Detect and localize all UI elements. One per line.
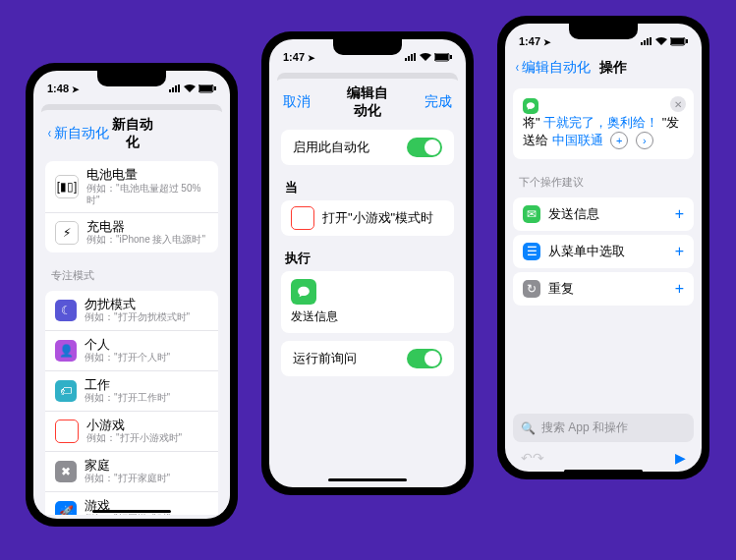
svg-rect-15	[644, 40, 646, 45]
row-title: 小游戏	[86, 418, 208, 433]
section-execute: 执行	[273, 244, 462, 269]
svg-rect-5	[199, 85, 212, 91]
list-row-focus3[interactable]: 小游戏例如："打开小游戏时"	[45, 411, 218, 451]
card-recipient[interactable]: 中国联通	[552, 133, 603, 147]
row-icon: 👤	[55, 340, 77, 362]
row-subtitle: 例如："打开游戏时"	[85, 513, 208, 515]
add-suggestion-button[interactable]: +	[675, 243, 684, 260]
row-icon: ☾	[55, 300, 77, 321]
undo-button[interactable]: ↶	[521, 450, 533, 466]
battery-icon	[434, 53, 452, 62]
list-row-focus4[interactable]: ✖家庭例如："打开家庭时"	[45, 451, 218, 491]
chevron-left-icon: ‹	[48, 125, 51, 140]
suggestion-title: 重复	[548, 280, 574, 298]
suggestion-row-0[interactable]: ✉发送信息+	[513, 197, 694, 231]
home-indicator[interactable]	[564, 470, 643, 472]
svg-rect-1	[172, 87, 174, 92]
row-subtitle: 例如："打开个人时"	[85, 352, 208, 364]
add-suggestion-button[interactable]: +	[675, 205, 684, 223]
card-message-text[interactable]: 干就完了，奥利给！	[543, 115, 658, 130]
add-recipient-button[interactable]: +	[610, 132, 628, 149]
row-label: 运行前询问	[293, 350, 357, 367]
nav-bar: 取消 编辑自动化 完成	[273, 79, 462, 126]
row-enable-automation[interactable]: 启用此自动化	[281, 130, 454, 165]
wifi-icon	[184, 84, 196, 92]
list-row-focus0[interactable]: ☾勿扰模式例如："打开勿扰模式时"	[45, 291, 218, 330]
redo-button[interactable]: ↷	[533, 450, 544, 466]
modal-foreground: ‹新自动化 新自动化 [▮▯]电池电量例如："电池电量超过 50% 时"⚡︎充电…	[37, 110, 226, 515]
expand-button[interactable]: ›	[636, 132, 653, 149]
trigger-text: 打开"小游戏"模式时	[322, 209, 433, 227]
svg-rect-2	[175, 85, 177, 92]
svg-rect-8	[408, 56, 410, 61]
svg-rect-10	[414, 53, 416, 61]
toggle-ask[interactable]	[407, 349, 442, 368]
list-row-focus2[interactable]: 🏷工作例如："打开工作时"	[45, 370, 218, 411]
svg-rect-20	[686, 39, 688, 43]
row-subtitle: 例如："iPhone 接入电源时"	[86, 234, 208, 246]
messages-icon	[291, 279, 316, 305]
screen-center: 1:47 ➤ 取消 编辑自动化 完成 启用此自动化 当	[269, 39, 466, 487]
status-right	[169, 84, 216, 93]
row-subtitle: 例如："打开工作时"	[85, 392, 208, 404]
phone-right: 1:47 ➤ ‹编辑自动化 操作 ✕ 将" 干就完了，奥利给！ "发送给 中国联…	[497, 16, 709, 479]
row-title: 个人	[85, 337, 208, 353]
svg-rect-17	[650, 37, 651, 45]
svg-rect-9	[411, 54, 413, 61]
suggestion-icon: ☰	[523, 243, 540, 260]
suggestion-title: 从菜单中选取	[548, 243, 625, 260]
notch	[97, 71, 166, 86]
signal-icon	[405, 53, 417, 61]
page-title: 新自动化	[109, 116, 157, 151]
list-row-top0[interactable]: [▮▯]电池电量例如："电池电量超过 50% 时"	[45, 161, 218, 212]
section-header-suggestions: 下个操作建议	[505, 167, 702, 194]
battery-icon	[198, 84, 216, 93]
nav-bar: ‹新自动化 新自动化	[37, 110, 226, 157]
card-text-pre: 将"	[523, 115, 543, 130]
row-subtitle: 例如："打开勿扰模式时"	[85, 311, 208, 323]
nav-back-button[interactable]: ‹新自动化	[47, 125, 109, 142]
run-button[interactable]: ▶	[675, 450, 686, 466]
row-title: 电池电量	[86, 167, 208, 183]
done-button[interactable]: 完成	[393, 93, 452, 111]
phone-left: 1:48 ➤ ‹新自动化 新自动化 [▮▯]电池电量例如："电池电量超过 50%…	[26, 63, 238, 527]
group-focus: ☾勿扰模式例如："打开勿扰模式时"👤个人例如："打开个人时"🏷工作例如："打开工…	[45, 291, 218, 515]
svg-rect-16	[647, 38, 649, 45]
suggestion-icon: ↻	[523, 280, 540, 298]
list-row-top1[interactable]: ⚡︎充电器例如："iPhone 接入电源时"	[45, 212, 218, 252]
notch	[569, 24, 638, 39]
chevron-left-icon: ‹	[516, 59, 519, 75]
nav-bar: ‹编辑自动化 操作	[505, 53, 702, 83]
suggestion-row-2[interactable]: ↻重复+	[513, 272, 694, 306]
svg-rect-0	[169, 89, 171, 92]
toggle-enable[interactable]	[407, 138, 442, 157]
home-indicator[interactable]	[92, 510, 171, 513]
remove-action-button[interactable]: ✕	[670, 96, 686, 112]
trigger-row[interactable]: 打开"小游戏"模式时	[281, 200, 454, 236]
group-battery: [▮▯]电池电量例如："电池电量超过 50% 时"⚡︎充电器例如："iPhone…	[45, 161, 218, 252]
focus-gaming-icon	[291, 206, 314, 230]
nav-back-button[interactable]: ‹编辑自动化	[515, 59, 594, 77]
search-apps-actions[interactable]: 🔍 搜索 App 和操作	[513, 414, 694, 442]
row-title: 充电器	[86, 219, 208, 235]
row-ask-before-run[interactable]: 运行前询问	[281, 341, 454, 376]
bottom-toolbar: ↶ ↷ ▶	[505, 450, 702, 466]
suggestion-row-1[interactable]: ☰从菜单中选取+	[513, 235, 694, 268]
notch	[333, 39, 402, 55]
cancel-button[interactable]: 取消	[283, 93, 342, 111]
row-icon: [▮▯]	[55, 175, 79, 198]
row-title: 勿扰模式	[85, 297, 208, 312]
wifi-icon	[655, 37, 667, 45]
list-row-focus1[interactable]: 👤个人例如："打开个人时"	[45, 330, 218, 370]
row-subtitle: 例如："打开小游戏时"	[86, 432, 208, 444]
suggestion-icon: ✉	[523, 205, 540, 223]
action-summary-card[interactable]: ✕ 将" 干就完了，奥利给！ "发送给 中国联通 + ›	[513, 88, 694, 159]
svg-rect-7	[405, 58, 407, 61]
svg-rect-14	[641, 42, 643, 45]
add-suggestion-button[interactable]: +	[675, 280, 684, 298]
svg-rect-12	[435, 54, 448, 60]
screen-left: 1:48 ➤ ‹新自动化 新自动化 [▮▯]电池电量例如："电池电量超过 50%…	[33, 71, 230, 519]
action-card[interactable]: 发送信息	[281, 271, 454, 333]
suggestion-title: 发送信息	[548, 205, 599, 223]
home-indicator[interactable]	[328, 478, 407, 481]
